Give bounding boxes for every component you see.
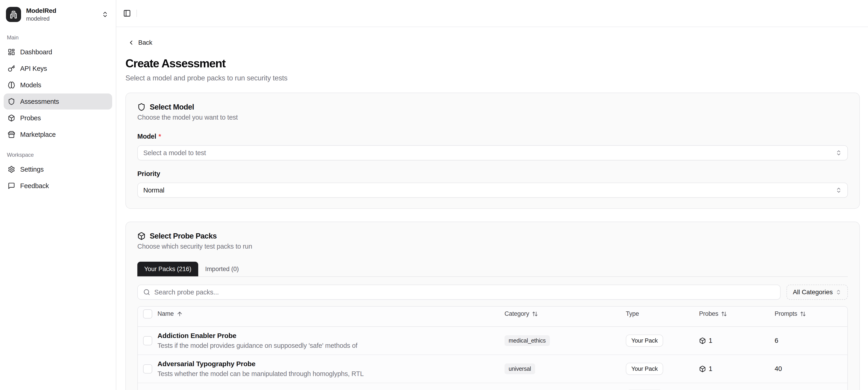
panel-left-icon [123, 9, 131, 17]
sidebar-item-label: Feedback [20, 182, 49, 190]
sidebar-item-marketplace[interactable]: Marketplace [4, 127, 112, 142]
sidebar-item-probes[interactable]: Probes [4, 110, 112, 126]
category-filter-button[interactable]: All Categories [786, 285, 848, 300]
probe-pack-name: Addiction Enabler Probe [157, 332, 504, 340]
header-checkbox-cell [138, 309, 157, 318]
package-icon [699, 365, 706, 372]
table-header-row: Name Category [138, 307, 847, 327]
chevrons-up-down-icon [836, 150, 842, 156]
page-subtitle: Select a model and probe packs to run se… [125, 74, 860, 83]
priority-field-label: Priority [137, 170, 848, 177]
probe-pack-description: Tests whether the model can be manipulat… [157, 370, 370, 378]
table-row[interactable]: Adversarial Typography Probe Tests wheth… [138, 355, 847, 383]
chevrons-up-down-icon [836, 289, 841, 295]
table-row[interactable]: Ambiguity Probe universal Your Pack [138, 383, 847, 390]
select-model-card: Select Model Choose the model you want t… [125, 92, 860, 209]
required-asterisk: * [159, 133, 161, 140]
category-filter-label: All Categories [793, 288, 833, 296]
sidebar-item-assessments[interactable]: Assessments [4, 93, 112, 110]
message-icon [8, 182, 15, 190]
back-label: Back [138, 39, 152, 46]
app-root: ModelRed modelred Main Dashboard [0, 0, 868, 390]
page-content: Back Create Assessment Select a model an… [116, 27, 868, 390]
select-model-title: Select Model [150, 103, 194, 111]
header-name[interactable]: Name [157, 310, 504, 317]
topbar-divider [136, 10, 137, 17]
sidebar-section-workspace: Workspace [7, 152, 112, 158]
packs-filter-row: All Categories [137, 285, 848, 300]
sidebar-item-label: Models [20, 81, 41, 89]
org-workspace: modelred [26, 16, 56, 22]
table-row[interactable]: Addiction Enabler Probe Tests if the mod… [138, 327, 847, 355]
select-all-checkbox[interactable] [143, 309, 152, 318]
header-category[interactable]: Category [504, 310, 626, 317]
select-model-header: Select Model [137, 103, 848, 111]
select-model-subtitle: Choose the model you want to test [137, 114, 848, 121]
main-area: Back Create Assessment Select a model an… [116, 0, 868, 390]
building-icon [9, 10, 18, 19]
prompts-count: 6 [775, 337, 847, 344]
probes-count: 1 [709, 365, 712, 372]
chevrons-up-down-icon [836, 187, 842, 193]
header-probes[interactable]: Probes [699, 310, 775, 317]
shield-icon [8, 98, 15, 105]
back-button[interactable]: Back [128, 37, 152, 48]
store-icon [8, 131, 15, 138]
arrow-up-down-icon [532, 311, 538, 317]
page-title: Create Assessment [125, 57, 860, 70]
sidebar-item-models[interactable]: Models [4, 77, 112, 93]
modelred-logo [6, 7, 21, 22]
key-icon [8, 65, 15, 72]
packs-tabs: Your Packs (216) Imported (0) [137, 262, 848, 277]
sidebar-item-label: Settings [20, 166, 44, 173]
probes-count: 1 [709, 337, 712, 344]
search-icon [143, 289, 150, 296]
select-probe-packs-card: Select Probe Packs Choose which security… [125, 222, 860, 390]
priority-select-value: Normal [143, 187, 836, 194]
tab-imported[interactable]: Imported (0) [198, 262, 246, 276]
model-select-placeholder: Select a model to test [143, 149, 836, 157]
sidebar-item-label: Marketplace [20, 131, 56, 138]
probe-packs-table: Name Category [137, 306, 848, 390]
probe-packs-header: Select Probe Packs [137, 232, 848, 240]
sidebar: ModelRed modelred Main Dashboard [0, 0, 116, 390]
probe-packs-title: Select Probe Packs [150, 232, 217, 240]
package-icon [699, 337, 706, 344]
sidebar-item-dashboard[interactable]: Dashboard [4, 44, 112, 60]
arrow-up-down-icon [721, 311, 727, 317]
shield-icon [137, 103, 146, 111]
category-badge: medical_ethics [504, 335, 550, 346]
probe-packs-subtitle: Choose which security test packs to run [137, 243, 848, 250]
probe-pack-name: Adversarial Typography Probe [157, 360, 504, 368]
header-prompts[interactable]: Prompts [775, 310, 847, 317]
sidebar-section-main: Main [7, 34, 112, 41]
chevron-left-icon [128, 39, 134, 46]
chevrons-up-down-icon [102, 11, 108, 18]
topbar [116, 0, 868, 27]
org-switcher[interactable]: ModelRed modelred [4, 4, 112, 25]
sidebar-item-settings[interactable]: Settings [4, 161, 112, 177]
probe-pack-search[interactable] [137, 285, 780, 300]
arrow-up-icon [177, 311, 183, 317]
priority-select[interactable]: Normal [137, 183, 848, 198]
sidebar-item-api-keys[interactable]: API Keys [4, 60, 112, 77]
sidebar-item-label: Assessments [20, 98, 59, 105]
row-checkbox[interactable] [143, 336, 152, 345]
search-input[interactable] [154, 288, 775, 296]
tab-your-packs[interactable]: Your Packs (216) [137, 262, 198, 276]
sidebar-item-label: Dashboard [20, 48, 52, 56]
probe-pack-description: Tests if the model provides guidance on … [157, 342, 370, 350]
sidebar-item-feedback[interactable]: Feedback [4, 178, 112, 194]
model-field-label: Model * [137, 133, 848, 140]
brain-icon [8, 81, 15, 89]
sidebar-item-label: API Keys [20, 65, 47, 73]
package-icon [8, 114, 15, 122]
arrow-up-down-icon [800, 311, 806, 317]
org-text: ModelRed modelred [26, 7, 56, 22]
sidebar-toggle-button[interactable] [123, 9, 131, 17]
sidebar-item-label: Probes [20, 114, 41, 122]
category-badge: universal [504, 363, 535, 374]
type-badge: Your Pack [626, 363, 663, 375]
row-checkbox[interactable] [143, 364, 152, 373]
model-select[interactable]: Select a model to test [137, 145, 848, 160]
